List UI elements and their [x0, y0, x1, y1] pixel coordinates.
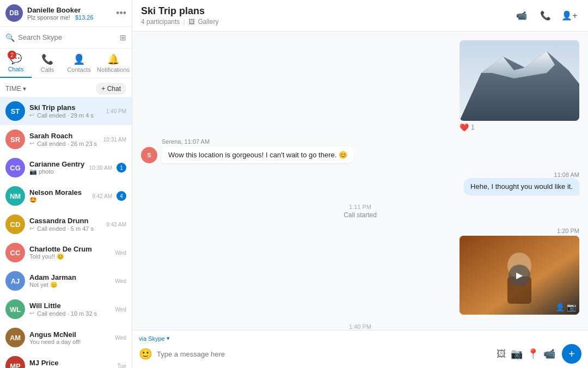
profile-bar: DB Danielle Booker Plz sponsor me! $13.2… [0, 0, 132, 27]
chat-time: 9:42 AM [92, 193, 112, 199]
avatar: AM [5, 328, 25, 347]
chat-preview: ↩ Call ended · 5 m 47 s [29, 225, 102, 232]
calls-icon: 📞 [41, 53, 53, 65]
video-thumbnail: ▶ 👤 📷 [460, 236, 579, 315]
chat-header: Ski Trip plans 4 participants | 🖼 Galler… [132, 0, 588, 32]
gallery-icon: 🖼 [188, 18, 195, 26]
sidebar: DB Danielle Booker Plz sponsor me! $13.2… [0, 0, 132, 368]
chat-time: 10:31 AM [103, 137, 126, 143]
chat-item-mj-price[interactable]: MP MJ Price Teehee! Tue [0, 352, 132, 368]
chat-time: 1:40 PM [106, 108, 126, 114]
chat-time: 9:42 AM [106, 222, 126, 228]
chat-item-cassandra-drunn[interactable]: CD Cassandra Drunn ↩ Call ended · 5 m 47… [0, 210, 132, 238]
chat-item-ski-trip[interactable]: ST Ski Trip plans ↩ Call ended · 29 m 4 … [0, 97, 132, 125]
chat-name: Ski Trip plans [29, 103, 102, 112]
chat-name: Cassandra Drunn [29, 217, 102, 225]
chat-item-charlotte-de-crum[interactable]: CC Charlotte De Crum Told you!! 😊 Wed [0, 238, 132, 267]
chat-name: Charlotte De Crum [29, 245, 111, 253]
compose-icon[interactable]: ⊞ [120, 33, 126, 42]
chat-preview: 📷 photo [29, 168, 85, 175]
main-content: Ski Trip plans 4 participants | 🖼 Galler… [132, 0, 588, 368]
image-message-row: ❤️ 1 [141, 40, 579, 132]
nav-tabs: 💬 Chats 2 📞 Calls 👤 Contacts 🔔 Notificat… [0, 48, 132, 78]
video-call-button[interactable]: 📹 [512, 6, 531, 26]
avatar: S [141, 147, 157, 163]
avatar: CD [5, 214, 25, 234]
video-icons: 👤 📷 [555, 303, 576, 311]
unread-badge: 4 [117, 191, 126, 201]
profile-name: Danielle Booker [27, 6, 112, 14]
avatar: ST [5, 101, 25, 121]
message-content: 11:08 AM Hehe, I thought you would like … [464, 170, 579, 195]
chat-item-sarah-roach[interactable]: SR Sarah Roach ↩ Call ended · 26 m 23 s … [0, 125, 132, 154]
search-icon: 🔍 [5, 33, 15, 42]
message-bubble: Hehe, I thought you would like it. [464, 178, 579, 195]
media-button[interactable]: 🖼 [497, 348, 506, 360]
chat-time: Wed [115, 250, 126, 256]
location-button[interactable]: 📍 [527, 348, 539, 360]
tab-chats[interactable]: 💬 Chats 2 [0, 48, 32, 78]
chat-item-adam-jarman[interactable]: AJ Adam Jarman Not yet 😑 Wed [0, 267, 132, 295]
chat-name: Adam Jarman [29, 273, 111, 281]
sender-time: Serena, 11:07 AM [162, 138, 354, 145]
chat-time: Wed [115, 335, 126, 341]
chat-preview: 🤩 [29, 197, 88, 204]
notifications-icon: 🔔 [107, 53, 119, 65]
call-icon: ↩ [29, 140, 34, 147]
via-skype-label[interactable]: via Skype ▾ [139, 335, 581, 342]
video-message-button[interactable]: 📹 [543, 348, 555, 360]
chat-item-carianne-gentry[interactable]: CG Carianne Gentry 📷 photo 10:30 AM 1 [0, 154, 132, 182]
sort-label[interactable]: TIME ▾ [5, 85, 26, 93]
add-participant-button[interactable]: 👤+ [560, 6, 579, 26]
tab-calls[interactable]: 📞 Calls [32, 48, 63, 78]
input-row: 🙂 🖼 📷 📍 📹 + [139, 344, 581, 364]
chat-preview: ↩ Call ended · 10 m 32 s [29, 310, 111, 317]
input-area: via Skype ▾ 🙂 🖼 📷 📍 📹 + [132, 330, 588, 368]
video-message: 1:20 PM [460, 228, 579, 315]
search-bar: 🔍 ⊞ [0, 27, 132, 48]
chat-time: Wed [115, 278, 126, 284]
unread-badge: 1 [117, 163, 126, 173]
chat-list-header: TIME ▾ + Chat [0, 78, 132, 97]
image-button[interactable]: 📷 [511, 348, 523, 360]
avatar-icon: 👤 [555, 303, 565, 311]
voice-call-button[interactable]: 📞 [536, 6, 555, 26]
chat-list: ST Ski Trip plans ↩ Call ended · 29 m 4 … [0, 97, 132, 368]
chat-item-nelson-morales[interactable]: NM Nelson Morales 🤩 9:42 AM 4 [0, 182, 132, 210]
chat-name: Will Little [29, 302, 111, 310]
chat-name: MJ Price [29, 359, 113, 367]
chat-preview: ↩ Call ended · 26 m 23 s [29, 140, 99, 147]
chat-preview: Told you!! 😊 [29, 253, 111, 260]
avatar: NM [5, 186, 25, 206]
message-row-right: 11:08 AM Hehe, I thought you would like … [141, 170, 579, 195]
avatar: MP [5, 356, 25, 368]
avatar[interactable]: DB [5, 4, 23, 22]
tab-notifications[interactable]: 🔔 Notifications [95, 48, 132, 78]
heart-reaction: ❤️ 1 [460, 123, 579, 132]
profile-status: Plz sponsor me! $13.26 [27, 14, 112, 21]
message-input[interactable] [157, 347, 492, 361]
search-input[interactable] [18, 30, 117, 45]
chat-title: Ski Trip plans [141, 5, 219, 17]
avatar: AJ [5, 271, 25, 291]
chat-subtitle: 4 participants | 🖼 Gallery [141, 18, 219, 26]
play-button[interactable]: ▶ [509, 265, 530, 286]
call-icon: ↩ [29, 112, 34, 119]
new-chat-button[interactable]: + Chat [96, 83, 126, 95]
avatar: CC [5, 243, 25, 262]
avatar: CG [5, 158, 25, 177]
header-actions: 📹 📞 👤+ [512, 6, 579, 26]
tab-contacts[interactable]: 👤 Contacts [63, 48, 95, 78]
add-button[interactable]: + [562, 344, 581, 364]
chat-item-angus-mcneil[interactable]: AM Angus McNeil You need a day off! Wed [0, 323, 132, 352]
chat-name: Nelson Morales [29, 188, 88, 197]
chat-name: Angus McNeil [29, 330, 111, 339]
system-message: 1:11 PM Call started [141, 201, 579, 221]
more-options-icon[interactable]: ••• [116, 8, 126, 19]
emoji-button[interactable]: 🙂 [139, 347, 152, 360]
avatar: WL [5, 299, 25, 319]
chat-item-will-little[interactable]: WL Will Little ↩ Call ended · 10 m 32 s … [0, 295, 132, 323]
chat-preview: You need a day off! [29, 339, 111, 345]
contacts-icon: 👤 [73, 53, 85, 65]
call-icon: ↩ [29, 310, 34, 317]
